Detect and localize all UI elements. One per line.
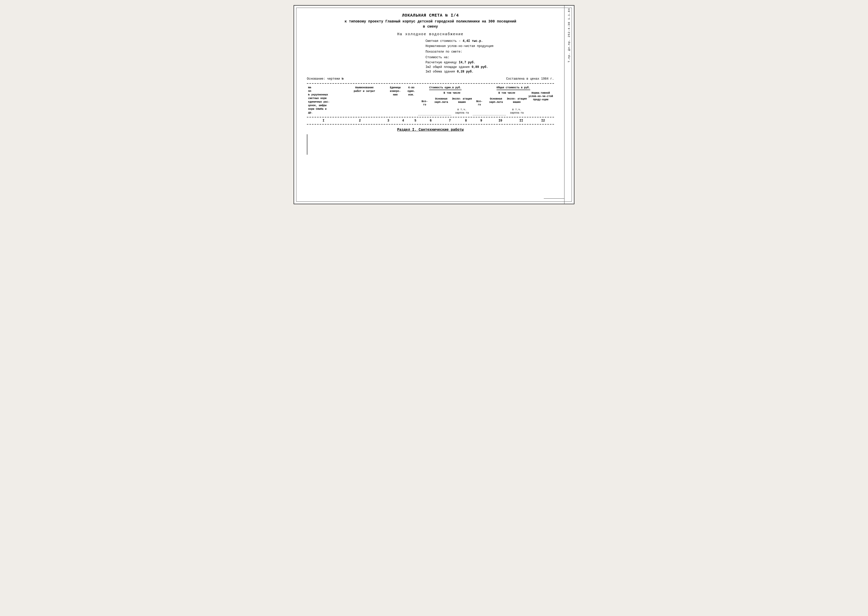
header-section: ЛОКАЛЬНАЯ СМЕТА № I/4 к типовому проекту… <box>307 13 564 36</box>
th-group-stoim-ed-label: Стоимость един.в руб. <box>429 86 461 90</box>
col-num-10: I0 <box>491 119 510 123</box>
area-label: Iм2 общей площади здания <box>426 65 470 69</box>
th-zarplata-ob-label: в т.ч. зарпла-та <box>510 108 524 115</box>
th-expl-ob-label: Экспл- атация машин <box>507 97 527 104</box>
col-numbers-table: I 2 3 4 5 6 7 8 9 I0 II I2 <box>307 119 554 123</box>
th-col1-sub: № укрупненныхсметных нормединичных рас-ц… <box>308 93 330 114</box>
th-zarplata-ed: в т.ч. зарпла-та <box>451 107 473 115</box>
col-num-11: II <box>510 119 532 123</box>
th-vtom-ed: В том числе <box>431 91 473 97</box>
th-col4: К-во един. изм. <box>405 85 418 115</box>
col-num-9: 9 <box>472 119 491 123</box>
info-section: Сметная стоимость – 4,4I тыс.р. Норматив… <box>307 39 564 75</box>
th-col4-sub1: един. <box>407 90 415 93</box>
th-normativnoy-label: Норма-тивной услов-но-чи-стой проду-кции <box>528 92 553 101</box>
th-normativnoy: Норма-тивной услов-но-чи-стой проду-кции <box>527 91 554 115</box>
calc-unit-label: Расчетную единицу <box>426 61 457 64</box>
th-expl-ed-label: Экспл- атация машин <box>452 97 472 104</box>
col-num-8: 8 <box>460 119 472 123</box>
th-vtom-ob-label: В том числе <box>498 92 515 94</box>
table-section: №№пп № укрупненныхсметных нормединичных … <box>307 85 564 155</box>
volume-row: Iм3 обема здания 0,28 руб. <box>426 70 554 74</box>
th-vsego-ed: Все-го <box>418 91 431 115</box>
area-value: 0,89 руб. <box>472 65 488 69</box>
th-col4-sub2: изм. <box>408 93 414 96</box>
th-col2: Наименование работ и затрат <box>343 85 386 115</box>
calc-unit-value: I4,7 руб. <box>459 61 475 64</box>
right-strip: Т.пр. Дл.пр. 252-4-30 1.1.84 <box>564 6 574 204</box>
th-col4-label: К-во <box>408 86 414 89</box>
cost-value: 4,4I тыс.р. <box>462 39 483 43</box>
th-col1: №№пп № укрупненныхсметных нормединичных … <box>307 85 343 115</box>
page: Т.пр. Дл.пр. 252-4-30 1.1.84 ЛОКАЛЬНАЯ С… <box>294 5 574 204</box>
osnov-label: Основание: чертежи № <box>307 77 344 81</box>
header-table: №№пп № укрупненныхсметных нормединичных … <box>307 85 554 115</box>
page-subtitle2: в смену <box>307 25 554 28</box>
th-vsego-ed-label: Все-го <box>421 100 428 106</box>
col-num-2: 2 <box>340 119 380 123</box>
content-area <box>307 134 554 155</box>
page-subtitle: к типовому проекту Главный корпус детско… <box>307 19 554 24</box>
th-osnov-ed: Основная зарп-лата <box>431 97 451 115</box>
th-col2-sub: работ и затрат <box>354 90 375 93</box>
cost-label: Сметная стоимость <box>426 39 457 43</box>
separator-top <box>307 83 554 84</box>
sostavlena-label: Составлена в ценах 1984 г. <box>506 77 554 81</box>
indicators-label: Показатели по смете: <box>426 50 462 53</box>
purpose-label: На холодное водоснабжение <box>307 32 554 36</box>
th-col3-label2: измере- <box>390 90 401 93</box>
normative-row: Нормативная услов-но-чистая продукция <box>426 44 554 49</box>
th-vtom-ed-label: В том числе <box>444 92 461 94</box>
th-osnov-ob: Основная зарп-лата <box>486 97 506 115</box>
volume-value: 0,28 руб. <box>457 70 473 74</box>
page-title: ЛОКАЛЬНАЯ СМЕТА № I/4 <box>307 13 554 18</box>
cost-for-label: Стоимость на: <box>426 56 450 59</box>
th-col1-main: №№пп <box>308 86 311 93</box>
th-osnov-ed-label: Основная зарп-лата <box>434 97 448 104</box>
th-col2-label: Наименование <box>355 86 374 89</box>
th-col3-label1: Единицы <box>390 86 401 89</box>
th-group-obsch: Общая стоимость в руб. <box>473 85 554 91</box>
col-num-4: 4 <box>397 119 409 123</box>
th-zarplata-ob: в т.ч. зарпла-та <box>506 107 528 115</box>
indicators-row: Показатели по смете: <box>426 50 554 54</box>
th-expl-ed: Экспл- атация машин <box>451 97 473 106</box>
col-num-7: 7 <box>440 119 460 123</box>
col-num-1: I <box>307 119 340 123</box>
th-vsego-ob-label: Все-го <box>476 100 483 106</box>
bottom-area <box>304 198 564 199</box>
section-title: Раздел I. Сантехнические работы <box>307 127 554 133</box>
area-row: Iм2 общей площади здания 0,89 руб. <box>426 65 554 69</box>
th-col3-label3: ния <box>393 93 398 96</box>
cost-for-row: Стоимость на: <box>426 55 554 60</box>
th-group-stoim-ed: Стоимость един.в руб. <box>418 85 473 91</box>
separator-after-numbers <box>307 124 554 124</box>
info-left <box>307 39 426 75</box>
cost-dash: – <box>459 39 461 43</box>
col-num-6: 6 <box>421 119 440 123</box>
col-num-5: 5 <box>409 119 421 123</box>
calc-unit-row: Расчетную единицу I4,7 руб. <box>426 61 554 64</box>
th-expl-ob: Экспл- атация машин <box>506 97 528 106</box>
col-num-12: I2 <box>532 119 554 123</box>
bottom-line <box>544 198 564 199</box>
info-right: Сметная стоимость – 4,4I тыс.р. Норматив… <box>426 39 554 75</box>
separator-before-numbers <box>307 117 554 118</box>
col-num-3: 3 <box>380 119 397 123</box>
th-zarplata-ed-label: в т.ч. зарпла-та <box>455 108 469 115</box>
normative-label: Нормативная услов-но-чистая продукция <box>426 44 494 48</box>
volume-label: Iм3 обема здания <box>426 70 455 74</box>
th-group-obsch-label: Общая стоимость в руб. <box>497 86 530 90</box>
cost-row: Сметная стоимость – 4,4I тыс.р. <box>426 39 554 43</box>
right-strip-text: Т.пр. Дл.пр. 252-4-30 1.1.84 <box>567 8 571 63</box>
th-osnov-ob-label: Основная зарп-лата <box>489 97 503 104</box>
th-vtom-ob: В том числе <box>486 91 528 97</box>
th-col3: Единицы измере- ния <box>386 85 405 115</box>
th-vsego-ob: Все-го <box>473 91 486 115</box>
